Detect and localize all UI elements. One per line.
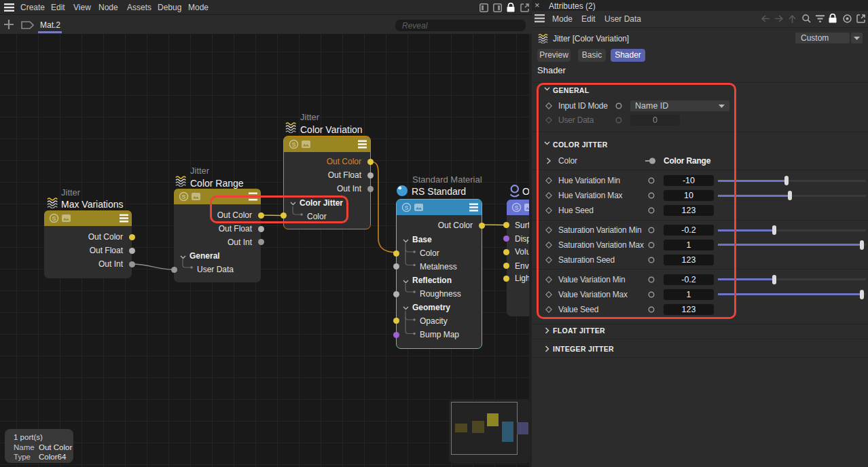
svg-text:S: S xyxy=(291,141,295,147)
svg-text:S: S xyxy=(404,204,408,211)
svg-text:S: S xyxy=(181,193,185,200)
svg-text:S: S xyxy=(514,204,518,211)
svg-text:S: S xyxy=(52,215,56,222)
